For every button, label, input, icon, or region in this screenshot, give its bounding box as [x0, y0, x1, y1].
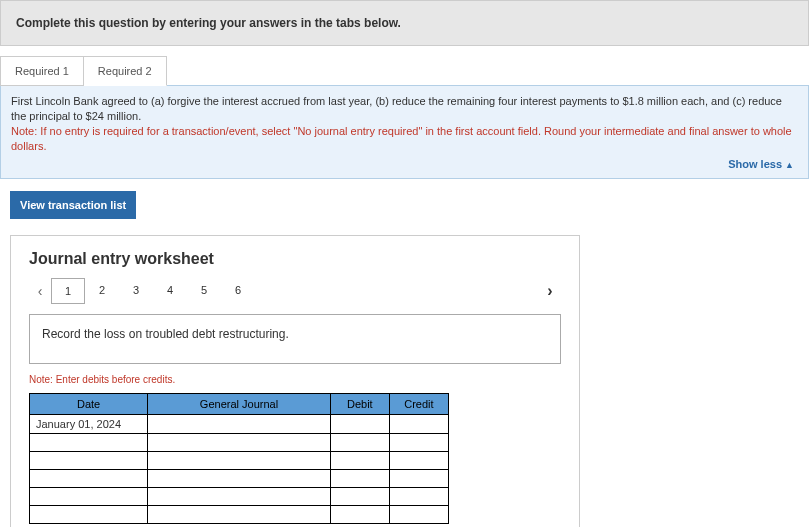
- pager-page-5[interactable]: 5: [187, 278, 221, 304]
- pager-page-1[interactable]: 1: [51, 278, 85, 304]
- worksheet-title: Journal entry worksheet: [29, 250, 561, 268]
- cell-account[interactable]: [148, 452, 331, 470]
- debits-before-credits-note: Note: Enter debits before credits.: [29, 374, 561, 385]
- cell-date: [30, 488, 148, 506]
- table-row: January 01, 2024: [30, 415, 449, 434]
- pager-next-icon[interactable]: ›: [539, 282, 561, 300]
- cell-date: [30, 506, 148, 524]
- cell-account[interactable]: [148, 470, 331, 488]
- cell-date: [30, 452, 148, 470]
- scenario-note: Note: If no entry is required for a tran…: [11, 124, 798, 154]
- col-general-journal: General Journal: [148, 394, 331, 415]
- table-row: [30, 488, 449, 506]
- cell-debit[interactable]: [330, 452, 389, 470]
- pager-page-3[interactable]: 3: [119, 278, 153, 304]
- cell-debit[interactable]: [330, 470, 389, 488]
- instruction-bar: Complete this question by entering your …: [0, 0, 809, 46]
- cell-credit[interactable]: [389, 488, 448, 506]
- tabs-row: Required 1 Required 2: [0, 56, 809, 86]
- table-row: [30, 434, 449, 452]
- view-transaction-list-button[interactable]: View transaction list: [10, 191, 136, 219]
- cell-debit[interactable]: [330, 488, 389, 506]
- show-less-label: Show less: [728, 158, 782, 170]
- show-less-toggle[interactable]: Show less ▲: [11, 153, 798, 172]
- cell-debit[interactable]: [330, 506, 389, 524]
- cell-account[interactable]: [148, 506, 331, 524]
- cell-account[interactable]: [148, 415, 331, 434]
- pager: ‹ 1 2 3 4 5 6 ›: [29, 278, 561, 304]
- cell-debit[interactable]: [330, 415, 389, 434]
- cell-credit[interactable]: [389, 452, 448, 470]
- tab-required-1[interactable]: Required 1: [0, 56, 84, 86]
- pager-page-2[interactable]: 2: [85, 278, 119, 304]
- pager-page-4[interactable]: 4: [153, 278, 187, 304]
- cell-credit[interactable]: [389, 415, 448, 434]
- table-row: [30, 506, 449, 524]
- cell-account[interactable]: [148, 488, 331, 506]
- cell-date: [30, 470, 148, 488]
- cell-credit[interactable]: [389, 470, 448, 488]
- chevron-up-icon: ▲: [785, 160, 794, 170]
- scenario-box: First Lincoln Bank agreed to (a) forgive…: [0, 85, 809, 179]
- table-row: [30, 470, 449, 488]
- cell-credit[interactable]: [389, 506, 448, 524]
- journal-worksheet: Journal entry worksheet ‹ 1 2 3 4 5 6 › …: [10, 235, 580, 527]
- entry-description: Record the loss on troubled debt restruc…: [29, 314, 561, 364]
- cell-date: [30, 434, 148, 452]
- cell-debit[interactable]: [330, 434, 389, 452]
- col-date: Date: [30, 394, 148, 415]
- tab-required-2[interactable]: Required 2: [84, 56, 167, 86]
- scenario-text: First Lincoln Bank agreed to (a) forgive…: [11, 94, 798, 124]
- journal-entry-table: Date General Journal Debit Credit Januar…: [29, 393, 449, 524]
- cell-credit[interactable]: [389, 434, 448, 452]
- instruction-text: Complete this question by entering your …: [16, 16, 401, 30]
- pager-prev-icon[interactable]: ‹: [29, 283, 51, 299]
- pager-page-6[interactable]: 6: [221, 278, 255, 304]
- cell-date: January 01, 2024: [30, 415, 148, 434]
- col-credit: Credit: [389, 394, 448, 415]
- col-debit: Debit: [330, 394, 389, 415]
- cell-account[interactable]: [148, 434, 331, 452]
- table-row: [30, 452, 449, 470]
